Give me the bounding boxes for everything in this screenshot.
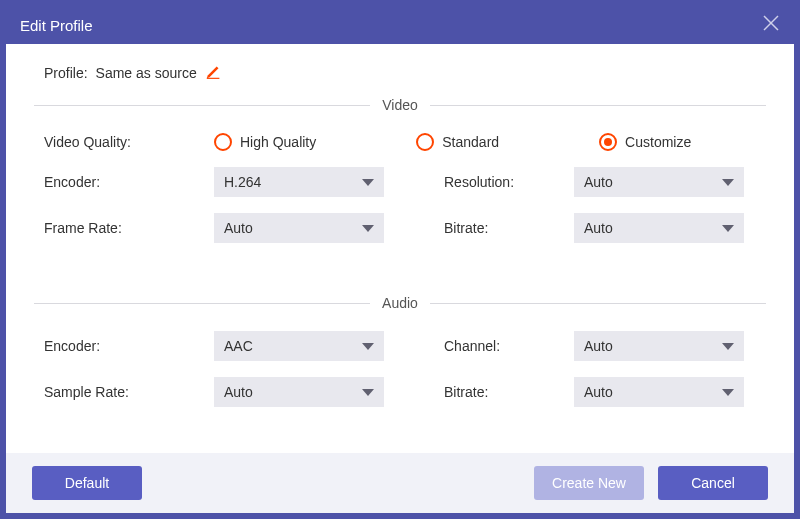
chevron-down-icon <box>362 389 374 396</box>
create-new-button[interactable]: Create New <box>534 466 644 500</box>
profile-value: Same as source <box>96 65 197 81</box>
radio-high-label: High Quality <box>240 134 316 150</box>
profile-label: Profile: <box>44 65 88 81</box>
video-quality-label: Video Quality: <box>44 134 214 150</box>
dialog-body: Profile: Same as source Video Video Qual… <box>6 44 794 513</box>
audio-heading-text: Audio <box>370 295 430 311</box>
section-spacer <box>34 243 766 295</box>
audio-bitrate-select[interactable]: Auto <box>574 377 744 407</box>
audio-encoder-select[interactable]: AAC <box>214 331 384 361</box>
video-encoder-value: H.264 <box>224 174 261 190</box>
chevron-down-icon <box>362 343 374 350</box>
audio-section-heading: Audio <box>34 295 766 311</box>
radio-icon <box>214 133 232 151</box>
chevron-down-icon <box>722 225 734 232</box>
chevron-down-icon <box>722 179 734 186</box>
audio-bitrate-label: Bitrate: <box>444 384 574 400</box>
audio-channel-value: Auto <box>584 338 613 354</box>
radio-customize[interactable]: Customize <box>599 133 691 151</box>
radio-standard[interactable]: Standard <box>416 133 499 151</box>
cancel-button[interactable]: Cancel <box>658 466 768 500</box>
default-button[interactable]: Default <box>32 466 142 500</box>
audio-grid: Encoder: AAC Channel: Auto Sample Rate: … <box>34 331 766 407</box>
audio-bitrate-value: Auto <box>584 384 613 400</box>
radio-icon <box>416 133 434 151</box>
audio-samplerate-label: Sample Rate: <box>44 384 214 400</box>
video-bitrate-select[interactable]: Auto <box>574 213 744 243</box>
close-icon[interactable] <box>762 14 780 36</box>
video-framerate-select[interactable]: Auto <box>214 213 384 243</box>
radio-custom-label: Customize <box>625 134 691 150</box>
audio-samplerate-select[interactable]: Auto <box>214 377 384 407</box>
video-grid: Video Quality: High Quality Standard Cus… <box>34 133 766 243</box>
audio-channel-label: Channel: <box>444 338 574 354</box>
video-resolution-label: Resolution: <box>444 174 574 190</box>
content: Profile: Same as source Video Video Qual… <box>6 44 794 453</box>
titlebar: Edit Profile <box>6 6 794 44</box>
video-bitrate-value: Auto <box>584 220 613 236</box>
video-framerate-value: Auto <box>224 220 253 236</box>
chevron-down-icon <box>722 343 734 350</box>
radio-high-quality[interactable]: High Quality <box>214 133 316 151</box>
radio-standard-label: Standard <box>442 134 499 150</box>
audio-encoder-value: AAC <box>224 338 253 354</box>
video-encoder-select[interactable]: H.264 <box>214 167 384 197</box>
video-encoder-label: Encoder: <box>44 174 214 190</box>
audio-samplerate-value: Auto <box>224 384 253 400</box>
edit-profile-window: Edit Profile Profile: Same as source Vid… <box>0 0 800 519</box>
window-title: Edit Profile <box>20 17 93 34</box>
video-section-heading: Video <box>34 97 766 113</box>
video-resolution-select[interactable]: Auto <box>574 167 744 197</box>
edit-icon[interactable] <box>205 62 223 83</box>
svg-rect-2 <box>207 78 220 79</box>
chevron-down-icon <box>362 179 374 186</box>
chevron-down-icon <box>362 225 374 232</box>
video-resolution-value: Auto <box>584 174 613 190</box>
radio-icon <box>599 133 617 151</box>
video-heading-text: Video <box>370 97 430 113</box>
video-bitrate-label: Bitrate: <box>444 220 574 236</box>
video-framerate-label: Frame Rate: <box>44 220 214 236</box>
audio-channel-select[interactable]: Auto <box>574 331 744 361</box>
chevron-down-icon <box>722 389 734 396</box>
audio-encoder-label: Encoder: <box>44 338 214 354</box>
footer: Default Create New Cancel <box>6 453 794 513</box>
profile-row: Profile: Same as source <box>34 62 766 83</box>
video-quality-radios: High Quality Standard Customize <box>214 133 764 151</box>
